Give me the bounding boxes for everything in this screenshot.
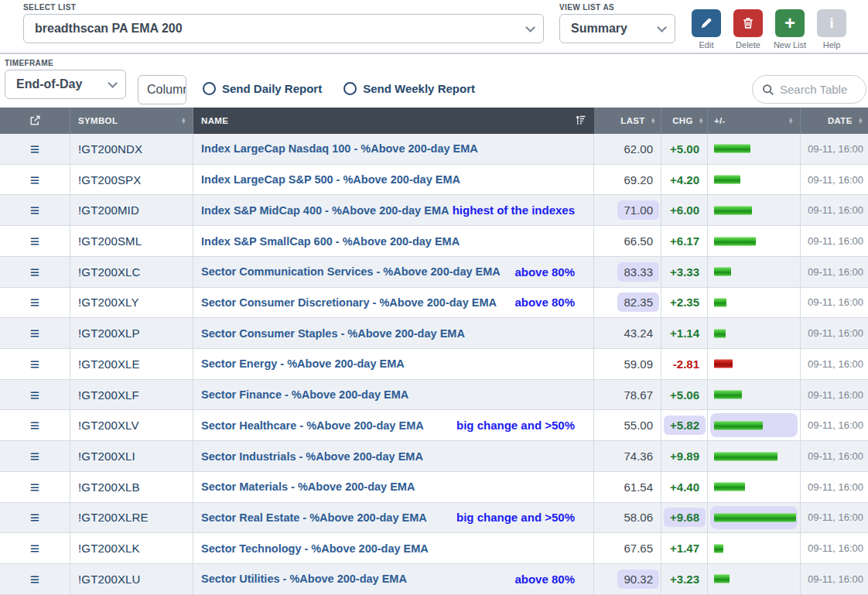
header-plus-minus[interactable]: +/- ▲▼	[708, 108, 801, 134]
row-menu-cell[interactable]: ≡	[0, 441, 70, 471]
menu-icon[interactable]: ≡	[30, 202, 39, 218]
bar-cell	[708, 410, 801, 440]
symbol-text[interactable]: !GT200XLB	[78, 480, 140, 494]
search-icon	[762, 84, 774, 96]
date-value: 09-11, 16:00	[808, 296, 863, 308]
edit-button[interactable]	[692, 9, 721, 37]
symbol-cell: !GT200XLU	[70, 564, 193, 594]
name-link[interactable]: Sector Utilities - %Above 200-day EMA	[201, 573, 407, 585]
chg-cell: +9.89	[661, 441, 708, 471]
row-menu-cell[interactable]: ≡	[0, 503, 70, 533]
symbol-cell: !GT200XLRE	[70, 503, 193, 533]
columns-button[interactable]: Columns	[138, 75, 186, 104]
delete-button-label: Delete	[736, 40, 760, 50]
header-external-link[interactable]	[0, 108, 70, 134]
row-menu-cell[interactable]: ≡	[0, 533, 70, 563]
symbol-text[interactable]: !GT200XLP	[78, 327, 140, 340]
symbol-text[interactable]: !GT200XLV	[78, 419, 139, 432]
symbol-text[interactable]: !GT200MID	[78, 203, 139, 217]
symbol-text[interactable]: !GT200XLE	[78, 357, 140, 371]
symbol-text[interactable]: !GT200XLI	[78, 450, 135, 463]
menu-icon[interactable]: ≡	[30, 172, 39, 188]
row-menu-cell[interactable]: ≡	[0, 318, 70, 348]
help-button[interactable]: i	[817, 9, 846, 37]
symbol-text[interactable]: !GT200XLF	[78, 388, 139, 402]
last-cell: 74.36	[594, 441, 661, 471]
symbol-cell: !GT200SML	[70, 226, 193, 256]
menu-icon[interactable]: ≡	[30, 571, 39, 587]
name-link[interactable]: Sector Technology - %Above 200-day EMA	[201, 542, 429, 555]
chg-cell: +3.33	[661, 257, 708, 287]
send-weekly-report-radio[interactable]: Send Weekly Report	[343, 82, 475, 95]
menu-icon[interactable]: ≡	[30, 509, 39, 525]
chg-value: +9.89	[664, 446, 706, 466]
menu-icon[interactable]: ≡	[30, 540, 39, 556]
view-list-as-dropdown[interactable]: Summary	[559, 14, 675, 43]
row-menu-cell[interactable]: ≡	[0, 226, 70, 256]
name-link[interactable]: Sector Materials - %Above 200-day EMA	[201, 480, 415, 493]
delete-button[interactable]	[733, 9, 763, 37]
symbol-text[interactable]: !GT200XLC	[78, 265, 141, 279]
select-list-dropdown[interactable]: breadthscan PA EMA 200	[23, 14, 544, 43]
name-link[interactable]: Sector Consumer Staples - %Above 200-day…	[201, 327, 465, 340]
row-menu-cell[interactable]: ≡	[0, 410, 70, 440]
sort-amount-up-icon	[575, 115, 586, 127]
row-menu-cell[interactable]: ≡	[0, 195, 70, 225]
new-list-button[interactable]: +	[775, 9, 805, 37]
symbol-text[interactable]: !GT200XLK	[78, 542, 140, 555]
symbol-text[interactable]: !GT200SPX	[78, 173, 141, 186]
menu-icon[interactable]: ≡	[30, 356, 39, 372]
menu-icon[interactable]: ≡	[30, 448, 39, 464]
menu-icon[interactable]: ≡	[30, 264, 39, 280]
symbol-cell: !GT200XLB	[70, 472, 193, 502]
name-link[interactable]: Sector Consumer Discretionary - %Above 2…	[201, 296, 497, 309]
last-value: 90.32	[617, 569, 659, 589]
row-menu-cell[interactable]: ≡	[0, 380, 70, 410]
name-link[interactable]: Index LargeCap Nasdaq 100 - %Above 200-d…	[201, 142, 478, 155]
header-date[interactable]: DATE ▲▼	[801, 108, 868, 134]
menu-icon[interactable]: ≡	[30, 479, 39, 495]
header-name[interactable]: NAME	[193, 108, 594, 134]
name-link[interactable]: Sector Communication Services - %Above 2…	[201, 265, 501, 278]
name-link[interactable]: Index LargeCap S&P 500 - %Above 200-day …	[201, 173, 460, 186]
name-link[interactable]: Sector Finance - %Above 200-day EMA	[201, 388, 408, 401]
row-menu-cell[interactable]: ≡	[0, 165, 70, 195]
symbol-text[interactable]: !GT200NDX	[78, 142, 142, 156]
row-menu-cell[interactable]: ≡	[0, 134, 70, 164]
header-chg[interactable]: CHG ▲▼	[661, 108, 708, 134]
row-menu-cell[interactable]: ≡	[0, 349, 70, 379]
menu-icon[interactable]: ≡	[30, 325, 39, 341]
name-link[interactable]: Sector Real Estate - %Above 200-day EMA	[201, 511, 427, 524]
name-link[interactable]: Sector Energy - %Above 200-day EMA	[201, 357, 405, 370]
symbol-text[interactable]: !GT200XLRE	[78, 511, 149, 524]
name-link[interactable]: Index S&P SmallCap 600 - %Above 200-day …	[201, 235, 460, 248]
row-menu-cell[interactable]: ≡	[0, 564, 70, 594]
menu-icon[interactable]: ≡	[30, 387, 39, 403]
header-last[interactable]: LAST ▲▼	[594, 108, 661, 134]
timeframe-dropdown[interactable]: End-of-Day	[5, 70, 126, 99]
symbol-text[interactable]: !GT200SML	[78, 234, 142, 248]
menu-icon[interactable]: ≡	[30, 294, 39, 310]
menu-icon[interactable]: ≡	[30, 141, 39, 157]
row-menu-cell[interactable]: ≡	[0, 472, 70, 502]
send-daily-report-radio[interactable]: Send Daily Report	[203, 82, 322, 95]
name-link[interactable]: Index S&P MidCap 400 - %Above 200-day EM…	[201, 204, 449, 217]
search-table-box[interactable]	[752, 75, 866, 104]
header-symbol[interactable]: SYMBOL ▲▼	[70, 108, 193, 134]
name-link[interactable]: Sector Industrials - %Above 200-day EMA	[201, 450, 423, 463]
row-menu-cell[interactable]: ≡	[0, 288, 70, 318]
menu-icon[interactable]: ≡	[30, 233, 39, 249]
bar-cell	[708, 226, 801, 256]
last-cell: 62.00	[594, 134, 661, 164]
search-input[interactable]	[780, 83, 858, 96]
name-link[interactable]: Sector Healthcare - %Above 200-day EMA	[201, 419, 424, 432]
date-cell: 09-11, 16:00	[801, 195, 868, 225]
last-value: 58.06	[617, 508, 659, 527]
table-row: ≡ !GT200XLP Sector Consumer Staples - %A…	[0, 318, 868, 349]
symbol-text[interactable]: !GT200XLY	[78, 296, 139, 309]
info-icon: i	[829, 15, 833, 32]
symbol-text[interactable]: !GT200XLU	[78, 573, 141, 586]
row-menu-cell[interactable]: ≡	[0, 257, 70, 287]
menu-icon[interactable]: ≡	[30, 417, 39, 433]
send-daily-report-label: Send Daily Report	[222, 82, 322, 95]
